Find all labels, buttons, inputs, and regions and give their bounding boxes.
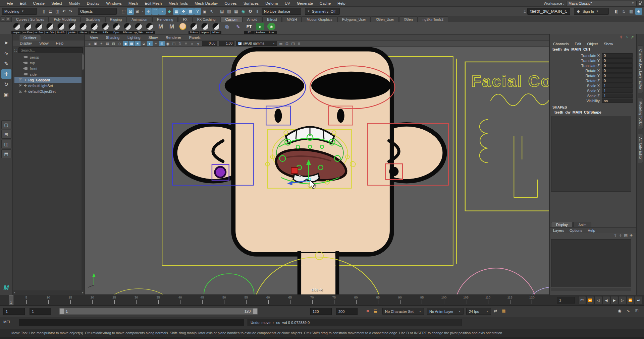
shelf-tab[interactable]: FX bbox=[178, 16, 192, 22]
gamma-icon[interactable]: γ bbox=[195, 41, 201, 46]
move-tool[interactable]: ✛ bbox=[1, 69, 11, 79]
layer-editor-scrollbar[interactable] bbox=[551, 288, 631, 291]
shelf-tab[interactable]: ngSkinTools2 bbox=[418, 16, 448, 22]
shelf-tab[interactable]: FX Caching bbox=[193, 16, 220, 22]
snap-projected-center-icon[interactable]: ◆ bbox=[166, 8, 173, 15]
time-slider[interactable]: 1 51015202530354045505560657075808590951… bbox=[0, 295, 644, 306]
manip-speed-icon[interactable]: ✳ bbox=[620, 35, 623, 40]
rotate-tool[interactable]: ↻ bbox=[1, 80, 11, 89]
shelf-tab[interactable]: Polygons_User bbox=[337, 16, 371, 22]
anim-start-field[interactable]: 1 bbox=[3, 308, 25, 315]
dock-tab[interactable]: Channel Box / Layer Editor bbox=[638, 46, 643, 93]
menu-item[interactable]: Select bbox=[48, 1, 65, 5]
channel-row[interactable]: Translate Y 0 bbox=[550, 58, 633, 63]
shadows-icon[interactable]: ⬙ bbox=[141, 41, 147, 46]
channel-box-menu-item[interactable]: Edit bbox=[575, 42, 581, 46]
outliner-item-row[interactable]: + ✛ Rig_Gaspard bbox=[14, 77, 82, 83]
layout-single-pane[interactable]: ▢ bbox=[1, 120, 11, 129]
outliner-hscrollbar[interactable]: ◂▸ bbox=[13, 290, 84, 295]
menu-item[interactable]: Surfaces bbox=[240, 1, 262, 5]
snap-help-icon[interactable]: ? bbox=[194, 8, 201, 15]
layer-editor-menu-item[interactable]: Options bbox=[570, 228, 582, 232]
shelf-button[interactable]: mc.Poir bbox=[34, 22, 44, 34]
anim-curve-icon[interactable]: ∿ bbox=[627, 309, 630, 313]
channel-row[interactable]: Translate X 0 bbox=[550, 53, 633, 58]
play-forwards-button[interactable]: ▶ bbox=[610, 296, 618, 304]
expand-icon[interactable]: + bbox=[19, 84, 22, 87]
snap-curve-icon[interactable]: ⌒ bbox=[152, 8, 159, 15]
symmetry-selector[interactable]: ▼ Symmetry: Off bbox=[305, 8, 340, 15]
channel-value-field[interactable]: 0 bbox=[602, 78, 633, 83]
channel-value-field[interactable]: 1 bbox=[602, 93, 633, 98]
step-forward-frame-button[interactable]: ⏩ bbox=[627, 296, 634, 304]
current-time-field[interactable]: 1 bbox=[557, 297, 575, 303]
menu-item[interactable]: Create bbox=[30, 1, 48, 5]
xray-icon[interactable]: ⍂ bbox=[177, 41, 183, 46]
safe-action-icon[interactable]: ◫ bbox=[290, 41, 296, 46]
dock-tab[interactable]: Modeling Toolkit bbox=[638, 98, 643, 129]
go-to-start-button[interactable]: ⏮ bbox=[578, 296, 586, 304]
shelf-button[interactable] bbox=[177, 22, 188, 34]
separator[interactable] bbox=[302, 8, 304, 15]
chevron-down-icon[interactable]: ▼ bbox=[142, 10, 144, 12]
playback-start-field[interactable]: 1 bbox=[30, 308, 51, 315]
new-layer-icon[interactable]: ✚ bbox=[630, 233, 633, 238]
menu-item[interactable]: Modify bbox=[65, 1, 84, 5]
shelf-button[interactable]: maya.c bbox=[11, 22, 22, 34]
exposure-icon[interactable]: ☼ bbox=[189, 41, 195, 46]
menu-item[interactable]: Deform bbox=[262, 1, 281, 5]
shelf-button[interactable]: ✎ bbox=[233, 22, 244, 34]
launch-render-view-icon[interactable]: ✪ bbox=[247, 8, 254, 15]
outliner-search-input[interactable] bbox=[18, 47, 83, 53]
separator[interactable] bbox=[75, 8, 77, 15]
snap-grid-icon[interactable]: ✛ bbox=[145, 8, 152, 15]
outliner-title[interactable]: Outliner bbox=[19, 35, 41, 41]
channel-box-menu-item[interactable]: Channels bbox=[553, 42, 569, 46]
viewport-canvas[interactable]: ✛ Facial Cont bbox=[85, 47, 549, 294]
character-set-selector[interactable]: No Character Set ▼ bbox=[382, 308, 424, 315]
select-hierarchy-icon[interactable]: ⬚ bbox=[120, 8, 127, 15]
viewport-menu-item[interactable]: Renderer bbox=[166, 36, 181, 40]
shelf-button[interactable]: Ik/Fk bbox=[100, 22, 111, 34]
snap-texture-icon[interactable]: ▩ bbox=[187, 8, 194, 15]
lock-selection-icon[interactable]: ▣ bbox=[201, 8, 208, 15]
separator[interactable] bbox=[38, 8, 40, 15]
select-object-icon[interactable]: ⊡ bbox=[127, 8, 134, 15]
facial-control-board[interactable]: Facial Cont bbox=[457, 59, 549, 264]
menu-item[interactable]: UV bbox=[281, 1, 293, 5]
channel-value-field[interactable]: 0 bbox=[602, 53, 633, 58]
shelf-button[interactable]: mc.Pare bbox=[22, 22, 33, 34]
colorspace-selector[interactable]: sRGB gamma ▼ bbox=[236, 41, 277, 46]
shelf-tab[interactable]: XGen bbox=[399, 16, 418, 22]
menu-item[interactable]: File bbox=[3, 1, 16, 5]
outliner-camera-row[interactable]: front bbox=[14, 66, 82, 71]
anim-layer-selector[interactable]: No Anim Layer ▼ bbox=[427, 308, 464, 315]
shelf-tab[interactable]: Rendering bbox=[152, 16, 178, 22]
playback-loop-icon[interactable]: ⇄ bbox=[494, 309, 497, 313]
shelf-button[interactable]: Dyna bbox=[111, 22, 122, 34]
command-input[interactable] bbox=[19, 319, 244, 326]
ipr-render-icon[interactable]: ▦ bbox=[233, 8, 239, 15]
outliner-menu-item[interactable]: Display bbox=[20, 41, 32, 45]
step-forward-key-button[interactable]: ▷ bbox=[619, 296, 626, 304]
shelf-button[interactable]: Pickers bbox=[189, 22, 199, 34]
exposure-field[interactable]: 0.00 bbox=[202, 41, 217, 46]
motion-blur-icon[interactable]: ≈ bbox=[153, 41, 159, 46]
shelf-button[interactable]: helpers bbox=[200, 22, 210, 34]
outliner-camera-row[interactable]: persp bbox=[14, 54, 82, 60]
layer-move-up-icon[interactable]: ⇧ bbox=[614, 233, 617, 238]
wireframe-icon[interactable]: ◇ bbox=[117, 41, 122, 46]
speed-dial-icon[interactable]: ◔ bbox=[626, 35, 628, 40]
channel-box-menu-item[interactable]: Object bbox=[587, 42, 598, 46]
shelf-button[interactable]: LimbTo bbox=[56, 22, 66, 34]
snap-point-icon[interactable]: ∙ bbox=[159, 8, 166, 15]
undo-icon[interactable]: ↶ bbox=[61, 8, 67, 15]
selection-mask-selector[interactable]: Objects bbox=[78, 8, 117, 15]
sign-in-button[interactable]: ☻ Sign In ▼ bbox=[574, 8, 609, 15]
hyperbolic-icon[interactable]: ↗ bbox=[631, 35, 634, 40]
channel-box-menu-item[interactable]: Show bbox=[604, 42, 613, 46]
viewport-menu-item[interactable]: Show bbox=[149, 36, 158, 40]
menu-item[interactable]: Edit Mesh bbox=[141, 1, 165, 5]
shelf-tab[interactable]: Custom bbox=[221, 16, 242, 22]
safe-title-icon[interactable]: ▯ bbox=[296, 41, 302, 46]
